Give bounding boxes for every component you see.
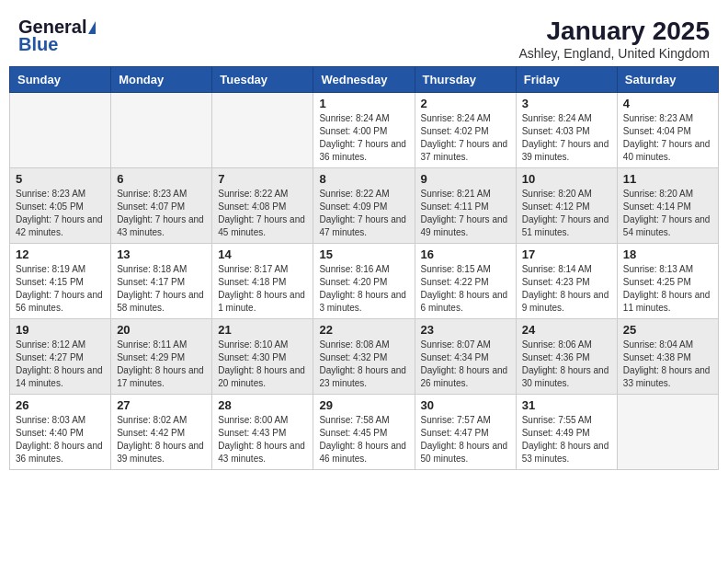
calendar-cell: 19Sunrise: 8:12 AM Sunset: 4:27 PM Dayli… (10, 319, 111, 395)
calendar-cell: 23Sunrise: 8:07 AM Sunset: 4:34 PM Dayli… (415, 319, 516, 395)
day-info: Sunrise: 8:03 AM Sunset: 4:40 PM Dayligh… (16, 414, 105, 465)
day-info: Sunrise: 8:11 AM Sunset: 4:29 PM Dayligh… (117, 339, 206, 390)
day-info: Sunrise: 8:13 AM Sunset: 4:25 PM Dayligh… (623, 263, 712, 315)
calendar-cell (10, 93, 111, 168)
calendar-cell: 25Sunrise: 8:04 AM Sunset: 4:38 PM Dayli… (617, 319, 718, 395)
calendar-cell: 22Sunrise: 8:08 AM Sunset: 4:32 PM Dayli… (313, 319, 415, 395)
calendar-week-row-3: 12Sunrise: 8:19 AM Sunset: 4:15 PM Dayli… (10, 244, 719, 319)
day-number: 14 (218, 247, 307, 261)
day-number: 22 (319, 323, 408, 337)
calendar-week-row-5: 26Sunrise: 8:03 AM Sunset: 4:40 PM Dayli… (10, 395, 719, 470)
day-info: Sunrise: 8:19 AM Sunset: 4:15 PM Dayligh… (16, 263, 105, 315)
calendar-cell: 2Sunrise: 8:24 AM Sunset: 4:02 PM Daylig… (415, 93, 516, 168)
day-info: Sunrise: 7:55 AM Sunset: 4:49 PM Dayligh… (522, 414, 611, 465)
weekday-header-row: SundayMondayTuesdayWednesdayThursdayFrid… (10, 67, 719, 93)
logo: General Blue (18, 17, 96, 55)
calendar-cell: 30Sunrise: 7:57 AM Sunset: 4:47 PM Dayli… (415, 395, 516, 470)
day-info: Sunrise: 8:18 AM Sunset: 4:17 PM Dayligh… (117, 263, 206, 315)
weekday-header-saturday: Saturday (617, 67, 718, 93)
day-info: Sunrise: 8:15 AM Sunset: 4:22 PM Dayligh… (421, 263, 510, 315)
day-number: 4 (623, 97, 712, 110)
day-info: Sunrise: 8:24 AM Sunset: 4:00 PM Dayligh… (319, 112, 408, 164)
calendar-cell: 3Sunrise: 8:24 AM Sunset: 4:03 PM Daylig… (516, 93, 617, 168)
calendar-cell: 9Sunrise: 8:21 AM Sunset: 4:11 PM Daylig… (415, 168, 516, 244)
page-header: General Blue January 2025 Ashley, Englan… (9, 9, 719, 66)
calendar-cell: 8Sunrise: 8:22 AM Sunset: 4:09 PM Daylig… (313, 168, 415, 244)
day-info: Sunrise: 8:04 AM Sunset: 4:38 PM Dayligh… (623, 339, 712, 390)
weekday-header-tuesday: Tuesday (212, 67, 313, 93)
day-number: 27 (117, 398, 206, 412)
day-number: 25 (623, 323, 712, 337)
day-info: Sunrise: 8:23 AM Sunset: 4:07 PM Dayligh… (117, 188, 206, 239)
day-number: 23 (421, 323, 510, 337)
day-number: 17 (522, 247, 611, 261)
day-info: Sunrise: 8:06 AM Sunset: 4:36 PM Dayligh… (522, 339, 611, 390)
calendar-cell: 15Sunrise: 8:16 AM Sunset: 4:20 PM Dayli… (313, 244, 415, 319)
day-number: 8 (319, 172, 408, 186)
day-number: 24 (522, 323, 611, 337)
day-number: 15 (319, 247, 408, 261)
day-info: Sunrise: 8:20 AM Sunset: 4:12 PM Dayligh… (522, 188, 611, 239)
day-info: Sunrise: 8:24 AM Sunset: 4:02 PM Dayligh… (421, 112, 510, 164)
day-info: Sunrise: 8:20 AM Sunset: 4:14 PM Dayligh… (623, 188, 712, 239)
calendar-cell: 1Sunrise: 8:24 AM Sunset: 4:00 PM Daylig… (313, 93, 415, 168)
day-info: Sunrise: 8:00 AM Sunset: 4:43 PM Dayligh… (218, 414, 307, 465)
calendar-cell (212, 93, 313, 168)
day-number: 29 (319, 398, 408, 412)
day-info: Sunrise: 8:02 AM Sunset: 4:42 PM Dayligh… (117, 414, 206, 465)
day-info: Sunrise: 8:17 AM Sunset: 4:18 PM Dayligh… (218, 263, 307, 315)
day-info: Sunrise: 8:16 AM Sunset: 4:20 PM Dayligh… (319, 263, 408, 315)
weekday-header-wednesday: Wednesday (313, 67, 415, 93)
day-info: Sunrise: 8:14 AM Sunset: 4:23 PM Dayligh… (522, 263, 611, 315)
logo-blue: Blue (18, 34, 58, 55)
day-number: 9 (421, 172, 510, 186)
calendar-cell: 7Sunrise: 8:22 AM Sunset: 4:08 PM Daylig… (212, 168, 313, 244)
day-info: Sunrise: 8:22 AM Sunset: 4:08 PM Dayligh… (218, 188, 307, 239)
day-info: Sunrise: 8:23 AM Sunset: 4:05 PM Dayligh… (16, 188, 105, 239)
day-number: 30 (421, 398, 510, 412)
calendar-cell: 31Sunrise: 7:55 AM Sunset: 4:49 PM Dayli… (516, 395, 617, 470)
day-info: Sunrise: 8:22 AM Sunset: 4:09 PM Dayligh… (319, 188, 408, 239)
day-number: 16 (421, 247, 510, 261)
calendar-cell: 16Sunrise: 8:15 AM Sunset: 4:22 PM Dayli… (415, 244, 516, 319)
day-info: Sunrise: 8:21 AM Sunset: 4:11 PM Dayligh… (421, 188, 510, 239)
calendar-cell: 20Sunrise: 8:11 AM Sunset: 4:29 PM Dayli… (111, 319, 212, 395)
calendar-cell: 29Sunrise: 7:58 AM Sunset: 4:45 PM Dayli… (313, 395, 415, 470)
calendar-cell: 27Sunrise: 8:02 AM Sunset: 4:42 PM Dayli… (111, 395, 212, 470)
day-number: 20 (117, 323, 206, 337)
calendar-table: SundayMondayTuesdayWednesdayThursdayFrid… (9, 66, 719, 470)
calendar-week-row-4: 19Sunrise: 8:12 AM Sunset: 4:27 PM Dayli… (10, 319, 719, 395)
day-number: 28 (218, 398, 307, 412)
day-number: 7 (218, 172, 307, 186)
calendar-week-row-2: 5Sunrise: 8:23 AM Sunset: 4:05 PM Daylig… (10, 168, 719, 244)
day-number: 5 (16, 172, 105, 186)
day-number: 11 (623, 172, 712, 186)
month-title: January 2025 (518, 17, 710, 46)
day-info: Sunrise: 7:58 AM Sunset: 4:45 PM Dayligh… (319, 414, 408, 465)
calendar-cell: 21Sunrise: 8:10 AM Sunset: 4:30 PM Dayli… (212, 319, 313, 395)
day-number: 13 (117, 247, 206, 261)
calendar-cell (111, 93, 212, 168)
calendar-cell: 6Sunrise: 8:23 AM Sunset: 4:07 PM Daylig… (111, 168, 212, 244)
weekday-header-sunday: Sunday (10, 67, 111, 93)
title-area: January 2025 Ashley, England, United Kin… (518, 17, 710, 61)
calendar-cell: 11Sunrise: 8:20 AM Sunset: 4:14 PM Dayli… (617, 168, 718, 244)
weekday-header-monday: Monday (111, 67, 212, 93)
weekday-header-friday: Friday (516, 67, 617, 93)
day-number: 3 (522, 97, 611, 110)
calendar-cell: 28Sunrise: 8:00 AM Sunset: 4:43 PM Dayli… (212, 395, 313, 470)
calendar-cell: 17Sunrise: 8:14 AM Sunset: 4:23 PM Dayli… (516, 244, 617, 319)
day-number: 2 (421, 97, 510, 110)
day-number: 1 (319, 97, 408, 110)
calendar-cell: 13Sunrise: 8:18 AM Sunset: 4:17 PM Dayli… (111, 244, 212, 319)
day-info: Sunrise: 7:57 AM Sunset: 4:47 PM Dayligh… (421, 414, 510, 465)
calendar-cell: 26Sunrise: 8:03 AM Sunset: 4:40 PM Dayli… (10, 395, 111, 470)
location-title: Ashley, England, United Kingdom (518, 46, 710, 61)
calendar-cell: 18Sunrise: 8:13 AM Sunset: 4:25 PM Dayli… (617, 244, 718, 319)
calendar-cell: 14Sunrise: 8:17 AM Sunset: 4:18 PM Dayli… (212, 244, 313, 319)
day-number: 12 (16, 247, 105, 261)
calendar-week-row-1: 1Sunrise: 8:24 AM Sunset: 4:00 PM Daylig… (10, 93, 719, 168)
calendar-cell: 4Sunrise: 8:23 AM Sunset: 4:04 PM Daylig… (617, 93, 718, 168)
calendar-cell: 24Sunrise: 8:06 AM Sunset: 4:36 PM Dayli… (516, 319, 617, 395)
day-info: Sunrise: 8:08 AM Sunset: 4:32 PM Dayligh… (319, 339, 408, 390)
